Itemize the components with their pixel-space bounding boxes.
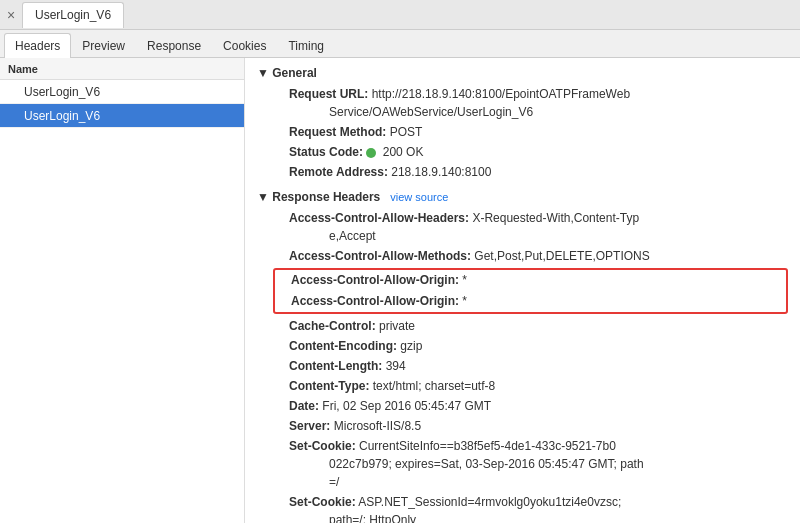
general-fields: Request URL: http://218.18.9.140:8100/Ep… bbox=[257, 84, 788, 182]
date-row: Date: Fri, 02 Sep 2016 05:45:47 GMT bbox=[273, 396, 788, 416]
content-length-row: Content-Length: 394 bbox=[273, 356, 788, 376]
tab-response[interactable]: Response bbox=[136, 33, 212, 57]
cache-control-row: Cache-Control: private bbox=[273, 316, 788, 336]
request-url-row: Request URL: http://218.18.9.140:8100/Ep… bbox=[273, 84, 788, 122]
remote-address-val: 218.18.9.140:8100 bbox=[391, 165, 491, 179]
highlighted-origin-rows: Access-Control-Allow-Origin: * Access-Co… bbox=[273, 268, 788, 314]
tab-headers[interactable]: Headers bbox=[4, 33, 71, 58]
response-fields: Access-Control-Allow-Headers: X-Requeste… bbox=[257, 208, 788, 523]
headers-panel: ▼ General Request URL: http://218.18.9.1… bbox=[245, 58, 800, 523]
set-cookie-row-1: Set-Cookie: CurrentSiteInfo==b38f5ef5-4d… bbox=[273, 436, 788, 492]
request-method-val: POST bbox=[390, 125, 423, 139]
status-code-val: 200 OK bbox=[383, 145, 424, 159]
request-method-row: Request Method: POST bbox=[273, 122, 788, 142]
network-tab[interactable]: UserLogin_V6 bbox=[22, 2, 124, 28]
main-content: Name UserLogin_V6 UserLogin_V6 ▼ General… bbox=[0, 58, 800, 523]
list-item[interactable]: UserLogin_V6 bbox=[0, 80, 244, 104]
request-method-key: Request Method: bbox=[289, 125, 386, 139]
allow-origin-row-1: Access-Control-Allow-Origin: * bbox=[275, 270, 786, 291]
network-tab-label: UserLogin_V6 bbox=[35, 8, 111, 22]
network-list-header: Name bbox=[0, 58, 244, 80]
content-type-row: Content-Type: text/html; charset=utf-8 bbox=[273, 376, 788, 396]
view-source-link[interactable]: view source bbox=[390, 191, 448, 203]
tab-bar: × UserLogin_V6 bbox=[0, 0, 800, 30]
set-cookie-row-2: Set-Cookie: ASP.NET_SessionId=4rmvoklg0y… bbox=[273, 492, 788, 523]
panel-tab-bar: Headers Preview Response Cookies Timing bbox=[0, 30, 800, 58]
status-dot bbox=[366, 148, 376, 158]
tab-timing[interactable]: Timing bbox=[277, 33, 335, 57]
status-code-key: Status Code: bbox=[289, 145, 363, 159]
allow-methods-row: Access-Control-Allow-Methods: Get,Post,P… bbox=[273, 246, 788, 266]
response-section-header: ▼ Response Headers view source bbox=[257, 190, 788, 204]
allow-headers-row: Access-Control-Allow-Headers: X-Requeste… bbox=[273, 208, 788, 246]
network-list: Name UserLogin_V6 UserLogin_V6 bbox=[0, 58, 245, 523]
tab-preview[interactable]: Preview bbox=[71, 33, 136, 57]
server-row: Server: Microsoft-IIS/8.5 bbox=[273, 416, 788, 436]
remote-address-key: Remote Address: bbox=[289, 165, 388, 179]
content-encoding-row: Content-Encoding: gzip bbox=[273, 336, 788, 356]
allow-origin-row-2: Access-Control-Allow-Origin: * bbox=[275, 291, 786, 312]
status-code-row: Status Code: 200 OK bbox=[273, 142, 788, 162]
remote-address-row: Remote Address: 218.18.9.140:8100 bbox=[273, 162, 788, 182]
tab-cookies[interactable]: Cookies bbox=[212, 33, 277, 57]
list-item[interactable]: UserLogin_V6 bbox=[0, 104, 244, 128]
general-section-header: ▼ General bbox=[257, 66, 788, 80]
request-url-key: Request URL: bbox=[289, 87, 368, 101]
tab-close-icon[interactable]: × bbox=[4, 8, 18, 22]
